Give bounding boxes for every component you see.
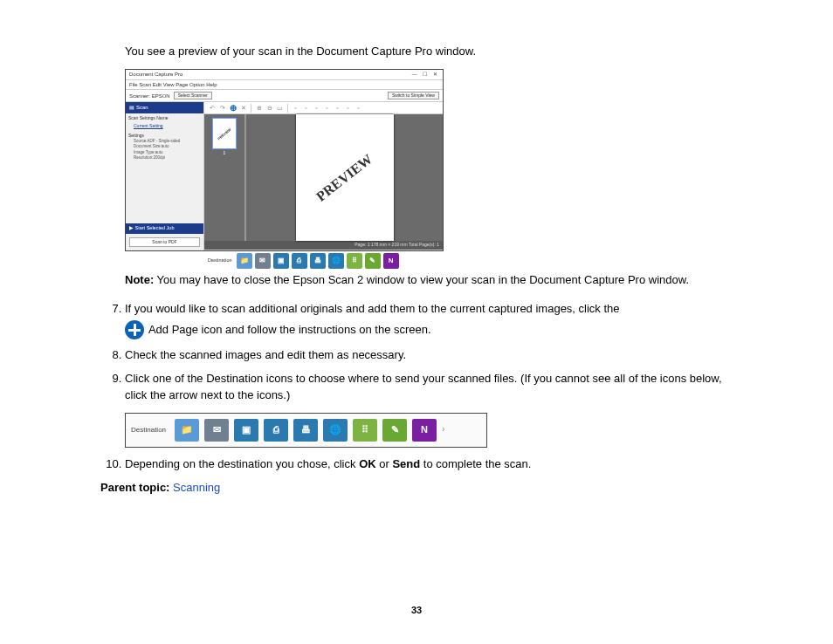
dest-mail-icon: ✉ (255, 253, 271, 269)
play-icon: ▶ (129, 225, 134, 230)
tool-icon: ▫ (313, 104, 320, 112)
step-10: Depending on the destination you chose, … (125, 456, 733, 473)
sidebar-scan-header: ▤ Scan (126, 102, 203, 113)
settings-subhead: Settings (128, 133, 201, 139)
rotate-right-icon: ↷ (218, 104, 226, 112)
dest-folder-icon: 📁 (175, 419, 199, 442)
tool-icon: ▫ (292, 104, 299, 112)
send-bold: Send (392, 457, 420, 470)
step-10-text-a: Depending on the destination you chose, … (125, 457, 359, 470)
scan-to-pdf-button: Scan to PDF (129, 237, 200, 247)
step-8: Check the scanned images and edit them a… (125, 347, 733, 364)
scanner-bar: Scanner: EPSON Select Scanner Switch to … (126, 90, 443, 102)
minimize-icon: — (410, 71, 419, 79)
setting-line: Resolution:200dpi (128, 155, 201, 161)
dest-ftp-icon: ⎙ (292, 253, 307, 269)
select-scanner-button: Select Scanner (174, 92, 212, 99)
dest-sharepoint-icon: ⠿ (353, 419, 377, 442)
dest-evernote-icon: ✎ (382, 419, 407, 442)
note-text: You may have to close the Epson Scan 2 w… (154, 273, 689, 286)
dest-sharepoint-icon: ⠿ (347, 253, 362, 269)
window-controls: — ☐ ✕ (410, 71, 439, 79)
parent-topic-line: Parent topic: Scanning (100, 480, 733, 497)
maximize-icon: ☐ (420, 71, 429, 79)
scan-icon: ▤ (129, 104, 134, 112)
dest-print-icon: 🖶 (293, 419, 318, 442)
dest-cloud-icon: ▣ (273, 253, 289, 269)
tool-icon: ▫ (355, 104, 362, 112)
dest-evernote-icon: ✎ (365, 253, 381, 269)
dest-onenote-icon: N (412, 419, 437, 442)
dest-mail-icon: ✉ (204, 419, 229, 442)
switch-view-button: Switch to Simple View (388, 92, 439, 99)
parent-topic-label: Parent topic: (100, 481, 173, 494)
start-job-label: Start Selected Job (135, 225, 175, 230)
settings-header: Scan Settings Name (128, 115, 201, 121)
page-number: 33 (0, 604, 833, 618)
app-title: Document Capture Pro (129, 71, 182, 79)
start-job-bar: ▶ Start Selected Job (126, 223, 203, 234)
thumbnail-column: PREVIEW 1 (204, 114, 246, 241)
parent-topic-link[interactable]: Scanning (173, 481, 220, 494)
arrow-right-icon: › (442, 423, 444, 436)
step-10-text-c: to complete the scan. (420, 457, 531, 470)
dest-web-icon: 🌐 (323, 419, 348, 442)
tool-icon: ▫ (323, 104, 331, 112)
status-bar: Page: 1 178 mm × 219 mm Total Page(s): 1 (204, 241, 443, 249)
scanner-label: Scanner: EPSON (129, 92, 170, 100)
app-titlebar: Document Capture Pro — ☐ ✕ (126, 70, 443, 80)
dest-print-icon: 🖶 (310, 253, 326, 269)
step-7: If you would like to scan additional ori… (125, 301, 733, 340)
dest-ftp-icon: ⎙ (264, 419, 288, 442)
current-setting-link: Current Setting (134, 123, 201, 129)
zoom-out-icon: ⊖ (265, 104, 273, 112)
page-preview-label: PREVIEW (312, 149, 377, 206)
thumbnail-number: 1 (224, 150, 226, 156)
delete-icon: ✕ (239, 104, 247, 112)
steps-list: If you would like to scan additional ori… (100, 301, 733, 472)
ok-bold: OK (359, 457, 376, 470)
step-10-text-b: or (376, 457, 393, 470)
destination-label: Destination (208, 257, 232, 264)
note-paragraph: Note: You may have to close the Epson Sc… (125, 272, 733, 289)
editor-toolbar: ↶ ↷ ⊕ ✕ ⊕ ⊖ ▭ ▫ ▫ ▫ ▫ ▫ ▫ ▫ (204, 102, 443, 114)
dest-onenote-icon: N (383, 253, 399, 269)
step-9-text: Click one of the Destination icons to ch… (125, 372, 722, 401)
scan-label: Scan (136, 104, 148, 112)
step-7-text-b: Add Page icon and follow the instruction… (146, 324, 431, 337)
screenshot-app-window: Document Capture Pro — ☐ ✕ File Scan Edi… (125, 69, 444, 252)
step-9: Click one of the Destination icons to ch… (125, 371, 733, 448)
thumbnail: PREVIEW (212, 118, 237, 149)
tool-icon: ▫ (302, 104, 310, 112)
fit-icon: ▭ (276, 104, 284, 112)
dest-cloud-icon: ▣ (234, 419, 258, 442)
sidebar-settings: Scan Settings Name Current Setting Setti… (126, 113, 203, 163)
note-label: Note: (125, 273, 154, 286)
screenshot-destination-bar: Destination 📁 ✉ ▣ ⎙ 🖶 🌐 ⠿ ✎ N › (125, 413, 487, 448)
zoom-in-icon: ⊕ (255, 104, 263, 112)
tool-icon: ▫ (344, 104, 352, 112)
rotate-left-icon: ↶ (208, 104, 216, 112)
step-7-text-a: If you would like to scan additional ori… (125, 302, 620, 315)
destination-label-2: Destination (131, 425, 166, 435)
add-page-icon (125, 320, 144, 339)
dest-folder-icon: 📁 (237, 253, 252, 269)
tool-icon: ▫ (334, 104, 341, 112)
destination-bar: Destination 📁 ✉ ▣ ⎙ 🖶 🌐 ⠿ ✎ N (204, 250, 443, 271)
close-icon: ✕ (430, 71, 439, 79)
main-preview: PREVIEW (246, 114, 443, 241)
thumbnail-preview-label: PREVIEW (217, 127, 232, 140)
intro-text: You see a preview of your scan in the Do… (100, 44, 733, 60)
app-menubar: File Scan Edit View Page Option Help (126, 80, 443, 91)
dest-web-icon: 🌐 (328, 253, 344, 269)
sidebar: ▤ Scan Scan Settings Name Current Settin… (126, 102, 204, 250)
add-page-icon: ⊕ (229, 104, 237, 112)
